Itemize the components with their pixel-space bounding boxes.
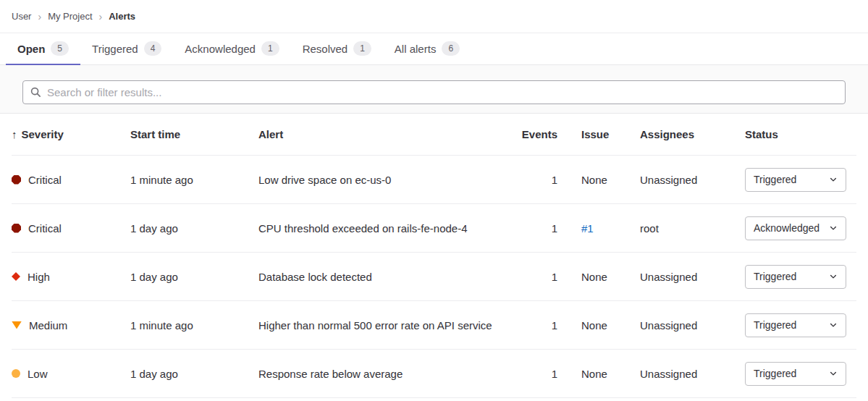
table-header-row: ↑Severity Start time Alert Events Issue …: [12, 114, 856, 156]
tab-label: Acknowledged: [185, 43, 256, 55]
breadcrumb-alerts: Alerts: [109, 11, 135, 22]
tab-count-badge: 1: [353, 41, 371, 56]
events-count: 1: [514, 271, 557, 283]
alert-row[interactable]: Critical 1 minute ago Low drive space on…: [12, 156, 856, 204]
alerts-table: ↑Severity Start time Alert Events Issue …: [0, 114, 868, 398]
severity-label: High: [28, 271, 50, 283]
column-header-status[interactable]: Status: [745, 128, 856, 140]
tab-label: Triggered: [92, 43, 138, 55]
tab-label: Resolved: [303, 43, 348, 55]
status-dropdown-label: Triggered: [754, 368, 796, 379]
tab-resolved[interactable]: Resolved 1: [291, 33, 383, 65]
tab-open[interactable]: Open 5: [6, 33, 80, 65]
assignees-value: Unassigned: [640, 174, 745, 186]
alert-title: CPU threshold exceeded on rails-fe-node-…: [258, 222, 514, 235]
alert-row[interactable]: Critical 1 day ago CPU threshold exceede…: [12, 204, 856, 253]
tab-count-badge: 1: [261, 41, 279, 56]
status-dropdown[interactable]: Acknowledged: [745, 216, 846, 240]
assignees-value: root: [640, 222, 745, 235]
filter-bar: [0, 65, 868, 114]
sort-ascending-icon: ↑: [12, 128, 17, 140]
severity-critical-icon: [12, 224, 21, 233]
breadcrumb-user[interactable]: User: [12, 11, 31, 22]
column-header-alert[interactable]: Alert: [258, 128, 514, 140]
alert-row[interactable]: High 1 day ago Database lock detected 1 …: [12, 253, 856, 301]
breadcrumb-separator-icon: ›: [99, 11, 103, 22]
search-icon: [30, 87, 41, 98]
tab-label: Open: [17, 43, 45, 55]
start-time: 1 minute ago: [130, 174, 258, 186]
search-input[interactable]: [47, 86, 838, 98]
tab-all-alerts[interactable]: All alerts 6: [383, 33, 471, 65]
chevron-down-icon: [829, 369, 838, 378]
start-time: 1 day ago: [130, 368, 258, 380]
severity-label: Critical: [28, 222, 62, 235]
issue-link[interactable]: #1: [581, 222, 594, 235]
alert-title: Low drive space on ec-us-0: [258, 174, 514, 186]
start-time: 1 day ago: [130, 271, 258, 283]
events-count: 1: [514, 174, 557, 186]
status-dropdown[interactable]: Triggered: [745, 265, 846, 289]
events-count: 1: [514, 368, 557, 380]
alert-title: Higher than normal 500 error rate on API…: [258, 319, 514, 332]
tab-count-badge: 5: [51, 41, 69, 56]
breadcrumb: User › My Project › Alerts: [0, 0, 868, 33]
tab-count-badge: 6: [442, 41, 460, 56]
alert-row[interactable]: Medium 1 minute ago Higher than normal 5…: [12, 301, 856, 350]
alert-status-tabs: Open 5 Triggered 4 Acknowledged 1 Resolv…: [0, 33, 868, 65]
status-dropdown-label: Triggered: [754, 319, 796, 331]
status-dropdown-label: Acknowledged: [754, 222, 819, 234]
status-dropdown-label: Triggered: [754, 271, 796, 282]
tab-count-badge: 4: [144, 41, 162, 56]
assignees-value: Unassigned: [640, 368, 745, 380]
assignees-value: Unassigned: [640, 319, 745, 332]
severity-low-icon: [12, 369, 20, 378]
status-dropdown[interactable]: Triggered: [745, 362, 846, 386]
issue-value: None: [557, 271, 640, 283]
alert-row[interactable]: Low 1 day ago Response rate below averag…: [12, 350, 856, 398]
chevron-down-icon: [829, 321, 838, 329]
column-header-severity[interactable]: ↑Severity: [12, 128, 130, 140]
column-header-issue[interactable]: Issue: [557, 128, 640, 140]
breadcrumb-separator-icon: ›: [38, 11, 41, 22]
chevron-down-icon: [829, 175, 838, 184]
issue-value: None: [557, 174, 640, 186]
tab-label: All alerts: [395, 43, 437, 55]
column-header-assignees[interactable]: Assignees: [640, 128, 745, 140]
events-count: 1: [514, 319, 557, 332]
tab-acknowledged[interactable]: Acknowledged 1: [173, 33, 290, 65]
chevron-down-icon: [829, 224, 838, 232]
assignees-value: Unassigned: [640, 271, 745, 283]
status-dropdown[interactable]: Triggered: [745, 168, 846, 192]
events-count: 1: [514, 222, 557, 235]
column-header-events[interactable]: Events: [514, 128, 557, 140]
start-time: 1 minute ago: [130, 319, 258, 332]
alert-title: Database lock detected: [258, 271, 514, 283]
search-box[interactable]: [22, 80, 846, 104]
chevron-down-icon: [829, 272, 838, 281]
issue-value: None: [557, 368, 640, 380]
issue-value: None: [557, 319, 640, 332]
status-dropdown[interactable]: Triggered: [745, 313, 846, 337]
tab-triggered[interactable]: Triggered 4: [80, 33, 173, 65]
column-header-start-time[interactable]: Start time: [130, 128, 258, 140]
breadcrumb-my-project[interactable]: My Project: [48, 11, 92, 22]
status-dropdown-label: Triggered: [754, 174, 796, 185]
start-time: 1 day ago: [130, 222, 258, 235]
severity-critical-icon: [12, 175, 21, 185]
severity-label: Critical: [28, 174, 62, 186]
severity-label: Low: [28, 368, 48, 380]
severity-high-icon: [12, 272, 20, 281]
severity-label: Medium: [29, 319, 67, 332]
severity-medium-icon: [12, 321, 22, 329]
alert-title: Response rate below average: [258, 368, 514, 380]
